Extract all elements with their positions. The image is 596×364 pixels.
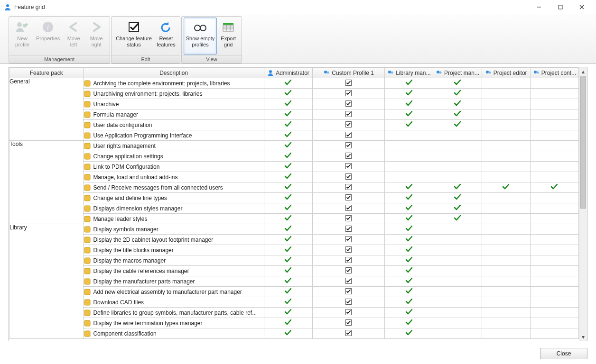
header-profile-project-man[interactable]: Project man... xyxy=(433,68,482,78)
feature-cell[interactable] xyxy=(264,318,312,328)
feature-cell[interactable] xyxy=(433,141,482,151)
feature-cell[interactable] xyxy=(530,162,578,172)
feature-cell[interactable] xyxy=(482,245,530,255)
feature-cell[interactable] xyxy=(385,297,433,308)
feature-cell[interactable] xyxy=(264,89,312,99)
feature-cell[interactable] xyxy=(482,266,530,276)
feature-cell[interactable] xyxy=(264,151,312,162)
feature-cell[interactable] xyxy=(313,308,385,318)
feature-cell[interactable] xyxy=(482,193,530,203)
feature-cell[interactable] xyxy=(530,193,578,203)
feature-cell[interactable] xyxy=(482,120,530,130)
feature-cell[interactable] xyxy=(433,318,482,328)
feature-cell[interactable] xyxy=(385,328,433,339)
feature-cell[interactable] xyxy=(385,78,433,89)
feature-cell[interactable] xyxy=(433,109,482,120)
feature-cell[interactable] xyxy=(482,162,530,172)
feature-cell[interactable] xyxy=(313,214,385,224)
feature-cell[interactable] xyxy=(313,328,385,339)
feature-cell[interactable] xyxy=(264,287,312,297)
vertical-scrollbar[interactable]: ▴ ▾ xyxy=(579,67,587,341)
table-row[interactable]: Add new electrical assembly to manufactu… xyxy=(9,287,579,297)
feature-cell[interactable] xyxy=(264,99,312,109)
feature-cell[interactable] xyxy=(385,318,433,328)
table-row[interactable]: Link to PDM Configuration xyxy=(9,162,579,172)
close-window-button[interactable] xyxy=(571,0,592,14)
feature-cell[interactable] xyxy=(385,287,433,297)
feature-cell[interactable] xyxy=(433,182,482,193)
feature-cell[interactable] xyxy=(433,235,482,245)
feature-cell[interactable] xyxy=(313,297,385,308)
feature-cell[interactable] xyxy=(264,193,312,203)
feature-cell[interactable] xyxy=(264,214,312,224)
reset-features-button[interactable]: Resetfeatures xyxy=(154,18,178,55)
table-row[interactable]: Unarchive xyxy=(9,99,579,109)
feature-cell[interactable] xyxy=(482,328,530,339)
minimize-button[interactable] xyxy=(528,0,549,14)
table-row[interactable]: Change application settings xyxy=(9,151,579,162)
feature-cell[interactable] xyxy=(530,99,578,109)
feature-cell[interactable] xyxy=(433,120,482,130)
feature-cell[interactable] xyxy=(482,130,530,141)
table-row[interactable]: Formula manager xyxy=(9,109,579,120)
feature-cell[interactable] xyxy=(264,235,312,245)
feature-cell[interactable] xyxy=(264,182,312,193)
feature-cell[interactable] xyxy=(482,276,530,287)
table-row[interactable]: Unarchiving environment: projects, libra… xyxy=(9,89,579,99)
header-description[interactable]: Description xyxy=(84,68,264,78)
table-row[interactable]: Display the title blocks manager xyxy=(9,245,579,255)
feature-cell[interactable] xyxy=(482,297,530,308)
table-row[interactable]: Manage leader styles xyxy=(9,214,579,224)
feature-cell[interactable] xyxy=(530,120,578,130)
feature-cell[interactable] xyxy=(313,172,385,182)
feature-cell[interactable] xyxy=(482,89,530,99)
feature-cell[interactable] xyxy=(482,182,530,193)
table-row[interactable]: Change and define line types xyxy=(9,193,579,203)
table-row[interactable]: Displays dimension styles manager xyxy=(9,203,579,214)
feature-cell[interactable] xyxy=(530,297,578,308)
feature-cell[interactable] xyxy=(530,214,578,224)
feature-cell[interactable] xyxy=(385,141,433,151)
feature-cell[interactable] xyxy=(385,203,433,214)
feature-cell[interactable] xyxy=(530,245,578,255)
table-row[interactable]: Define libraries to group symbols, manuf… xyxy=(9,308,579,318)
scroll-thumb[interactable] xyxy=(580,76,586,209)
feature-cell[interactable] xyxy=(313,287,385,297)
table-row[interactable]: Component classification xyxy=(9,328,579,339)
header-profile-library-man[interactable]: Library man... xyxy=(385,68,433,78)
feature-cell[interactable] xyxy=(530,89,578,99)
feature-cell[interactable] xyxy=(433,224,482,235)
feature-cell[interactable] xyxy=(313,235,385,245)
feature-cell[interactable] xyxy=(385,182,433,193)
feature-cell[interactable] xyxy=(313,162,385,172)
feature-cell[interactable] xyxy=(313,245,385,255)
feature-cell[interactable] xyxy=(482,141,530,151)
change-feature-status-button[interactable]: Change featurestatus xyxy=(113,18,154,55)
header-profile-project-cont[interactable]: Project cont... xyxy=(530,68,578,78)
move-left-button[interactable]: Moveleft xyxy=(62,18,85,55)
feature-cell[interactable] xyxy=(482,214,530,224)
export-grid-button[interactable]: Exportgrid xyxy=(217,18,240,55)
feature-cell[interactable] xyxy=(264,266,312,276)
feature-cell[interactable] xyxy=(385,193,433,203)
feature-cell[interactable] xyxy=(385,276,433,287)
feature-cell[interactable] xyxy=(433,193,482,203)
feature-cell[interactable] xyxy=(530,172,578,182)
feature-cell[interactable] xyxy=(264,78,312,89)
header-profile-project-editor[interactable]: Project editor xyxy=(482,68,530,78)
feature-cell[interactable] xyxy=(482,224,530,235)
feature-cell[interactable] xyxy=(264,255,312,266)
table-row[interactable]: Display the wire termination types manag… xyxy=(9,318,579,328)
feature-cell[interactable] xyxy=(313,130,385,141)
feature-cell[interactable] xyxy=(433,78,482,89)
feature-cell[interactable] xyxy=(313,276,385,287)
feature-cell[interactable] xyxy=(385,266,433,276)
feature-cell[interactable] xyxy=(433,151,482,162)
feature-cell[interactable] xyxy=(433,162,482,172)
feature-cell[interactable] xyxy=(385,235,433,245)
feature-cell[interactable] xyxy=(482,78,530,89)
feature-cell[interactable] xyxy=(482,151,530,162)
feature-cell[interactable] xyxy=(530,255,578,266)
table-row[interactable]: Display the manufacturer parts manager xyxy=(9,276,579,287)
feature-cell[interactable] xyxy=(264,109,312,120)
